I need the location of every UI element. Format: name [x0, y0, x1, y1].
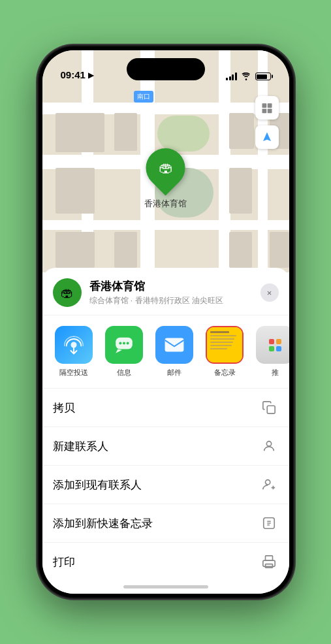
svg-point-9: [127, 342, 129, 345]
more-label: 推: [272, 368, 279, 378]
add-contact-icon: [259, 475, 279, 494]
share-mail[interactable]: 邮件: [153, 326, 196, 378]
action-quick-note[interactable]: 添加到新快速备忘录: [42, 504, 289, 543]
venue-name: 香港体育馆: [89, 279, 260, 294]
copy-icon: [259, 398, 279, 417]
action-add-contact[interactable]: 添加到现有联系人: [42, 466, 289, 504]
phone-screen: 09:41 ▶: [42, 50, 289, 594]
svg-rect-1: [267, 103, 272, 108]
print-icon: [259, 552, 279, 572]
airdrop-label: 隔空投送: [59, 368, 88, 378]
notes-label: 备忘录: [214, 368, 236, 378]
map-type-button[interactable]: [255, 96, 279, 120]
svg-point-7: [119, 342, 121, 345]
svg-point-12: [266, 442, 271, 446]
messages-label: 信息: [117, 368, 131, 378]
phone-frame: 09:41 ▶: [39, 46, 293, 598]
messages-icon-box: [105, 326, 143, 364]
svg-point-8: [123, 342, 125, 345]
action-new-contact[interactable]: 新建联系人: [42, 427, 289, 466]
map-controls[interactable]: [255, 96, 279, 149]
status-time: 09:41: [61, 69, 86, 80]
share-more[interactable]: 推: [254, 326, 289, 378]
svg-point-4: [71, 342, 77, 348]
bottom-sheet: 🏟 香港体育馆 综合体育馆 · 香港特别行政区 油尖旺区 ×: [42, 268, 289, 594]
svg-rect-0: [262, 103, 266, 108]
sheet-header: 🏟 香港体育馆 综合体育馆 · 香港特别行政区 油尖旺区 ×: [42, 268, 289, 315]
quick-note-icon: [259, 513, 279, 533]
svg-rect-15: [265, 556, 272, 560]
share-row: 隔空投送 信息: [42, 315, 289, 389]
svg-rect-2: [262, 109, 266, 114]
action-copy[interactable]: 拷贝: [42, 389, 289, 427]
pin-label: 香港体育馆: [144, 198, 187, 210]
svg-point-13: [265, 480, 270, 485]
new-contact-icon: [259, 436, 279, 456]
airdrop-icon-box: [55, 326, 93, 364]
status-icons: [226, 72, 271, 80]
svg-rect-3: [267, 109, 272, 114]
notes-icon-box: [206, 326, 244, 364]
more-icon-box: [256, 326, 289, 364]
mail-icon-box: [155, 326, 193, 364]
location-arrow-icon: ▶: [88, 71, 94, 80]
share-airdrop[interactable]: 隔空投送: [53, 326, 95, 378]
venue-icon: 🏟: [53, 278, 82, 307]
signal-icon: [226, 72, 237, 80]
wifi-icon: [241, 72, 251, 80]
svg-rect-10: [165, 338, 184, 352]
venue-info: 香港体育馆 综合体育馆 · 香港特别行政区 油尖旺区: [89, 279, 260, 306]
location-button[interactable]: [255, 125, 279, 149]
home-indicator: [123, 585, 208, 588]
venue-subtitle: 综合体育馆 · 香港特别行政区 油尖旺区: [89, 295, 260, 306]
map-north-entrance-label: 南口: [134, 91, 153, 103]
svg-rect-11: [267, 406, 275, 413]
dynamic-island: [127, 58, 205, 80]
map-pin: 🏟 香港体育馆: [144, 148, 187, 210]
share-messages[interactable]: 信息: [103, 326, 146, 378]
action-print[interactable]: 打印: [42, 543, 289, 581]
svg-rect-16: [265, 564, 272, 568]
mail-label: 邮件: [167, 368, 181, 378]
battery-icon: [255, 72, 271, 80]
close-button[interactable]: ×: [260, 283, 279, 302]
share-notes[interactable]: 备忘录: [204, 326, 246, 378]
